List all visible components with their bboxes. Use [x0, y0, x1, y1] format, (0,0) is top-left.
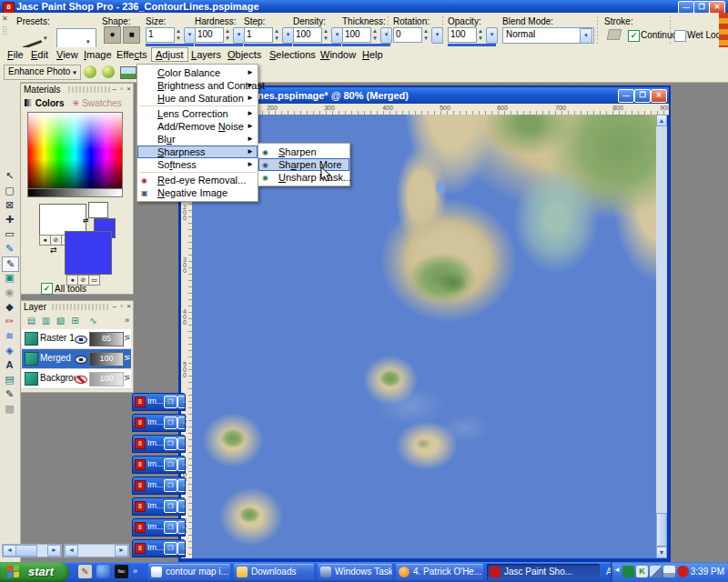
- size-slider[interactable]: [146, 44, 194, 46]
- menu-window[interactable]: Window: [317, 48, 359, 61]
- taskbar-button-windows-task[interactable]: Windows Task...: [318, 564, 392, 580]
- restore-icon[interactable]: ❐: [164, 542, 177, 555]
- visibility-eye-icon[interactable]: [75, 356, 87, 364]
- doc-restore-button[interactable]: ❐: [634, 89, 651, 103]
- bg-transparent-button[interactable]: ▭: [88, 275, 100, 286]
- eraser-tool[interactable]: ◆: [2, 300, 17, 314]
- menu-file[interactable]: File: [4, 48, 27, 61]
- start-button[interactable]: start: [0, 562, 69, 582]
- blend-mode-dropdown-icon[interactable]: ▾: [580, 28, 592, 44]
- maximize-icon[interactable]: ▫: [177, 500, 186, 513]
- scroll-up-icon[interactable]: ▲: [656, 115, 667, 126]
- menuitem-unsharp-mask[interactable]: ◉Unsharp Mask...: [258, 171, 349, 184]
- stroke-icon[interactable]: [607, 29, 622, 40]
- tray-chevron-icon[interactable]: ◄: [613, 566, 621, 574]
- scroll-left-icon[interactable]: ◄: [3, 545, 16, 557]
- visibility-eye-icon[interactable]: [75, 336, 87, 344]
- canvas-vscrollbar[interactable]: ▲ ▼: [656, 115, 667, 558]
- menuitem-negative-image[interactable]: ▣Negative Image: [137, 186, 258, 199]
- opacity-dropdown-icon[interactable]: ▾: [486, 27, 498, 44]
- tray-green-icon[interactable]: [622, 566, 634, 577]
- menu-help[interactable]: Help: [359, 48, 387, 61]
- layer-row-merged[interactable]: Merged 100 ⋝: [22, 349, 131, 369]
- background-swatch[interactable]: [65, 231, 112, 275]
- layer-link-icon[interactable]: ⋝: [124, 373, 131, 382]
- restore-icon[interactable]: ❐: [164, 416, 177, 429]
- layer-link-icon[interactable]: ⋝: [124, 333, 131, 342]
- menu-edit[interactable]: Edit: [27, 48, 52, 61]
- brush-stroke-icon[interactable]: [18, 28, 42, 49]
- tray-k-icon[interactable]: K: [636, 566, 648, 577]
- menu-view[interactable]: View: [53, 48, 82, 61]
- quicklaunch-overflow-icon[interactable]: »: [133, 567, 137, 576]
- menuitem-red-eye-removal[interactable]: ◉Red-eye Removal...: [137, 174, 258, 186]
- menuitem-softness[interactable]: Softness►: [137, 158, 258, 171]
- taskbar-button-jasc-psp[interactable]: Jasc Paint Sho...: [487, 564, 600, 580]
- marquee-tool[interactable]: ▭: [2, 227, 17, 241]
- swatch-swap-icon[interactable]: ⇄: [50, 246, 57, 255]
- close-button[interactable]: ✕: [709, 1, 725, 14]
- density-value[interactable]: 100: [293, 27, 322, 43]
- step-spin-arrows-icon[interactable]: ▲▼: [272, 27, 281, 42]
- thickness-value[interactable]: 100: [342, 27, 371, 43]
- layer-window-buttons[interactable]: – ▫ ×: [113, 302, 132, 310]
- minimize-button[interactable]: —: [678, 1, 694, 14]
- tray-monitor-icon[interactable]: [663, 566, 675, 577]
- wet-look-checkbox[interactable]: [674, 30, 686, 42]
- edit-selection-button[interactable]: ⊞: [68, 315, 82, 327]
- menuitem-sharpen[interactable]: ◉Sharpen: [258, 146, 349, 158]
- density-slider[interactable]: [293, 44, 341, 46]
- restore-button[interactable]: ❐: [693, 1, 710, 14]
- tab-colors[interactable]: Colors: [25, 98, 64, 108]
- texture-swap-icon[interactable]: ⇄: [83, 216, 89, 225]
- minimized-image-window[interactable]: 8Im...❐▫: [132, 477, 186, 495]
- toolbar-grip[interactable]: ⣿: [2, 25, 8, 35]
- menuitem-hue-saturation[interactable]: Hue and Saturation►: [137, 92, 258, 105]
- menu-objects[interactable]: Objects: [224, 48, 265, 61]
- maximize-icon[interactable]: ▫: [177, 542, 186, 555]
- minimized-image-window[interactable]: 8Im...❐▫: [132, 414, 186, 432]
- menu-adjust[interactable]: Adjust: [151, 47, 188, 62]
- scroll-left-icon[interactable]: ◄: [65, 545, 78, 557]
- layer-name[interactable]: Raster 1: [40, 333, 75, 343]
- layer-link-button[interactable]: ∿: [86, 315, 100, 327]
- taskbar-button-contour-map[interactable]: contour map i...: [148, 564, 230, 580]
- shape-round-button[interactable]: ●: [104, 26, 121, 44]
- tab-swatches[interactable]: ✳ Swatches: [72, 98, 122, 108]
- scratch-remover-tool[interactable]: ✏: [2, 315, 17, 328]
- menuitem-color-balance[interactable]: Color Balance►: [137, 66, 258, 79]
- menuitem-brightness-contrast[interactable]: Brightness and Contrast►: [137, 79, 258, 92]
- dropper-tool[interactable]: ✎: [2, 242, 17, 256]
- restore-icon[interactable]: ❐: [164, 458, 177, 471]
- pan-tool[interactable]: ↖: [2, 169, 17, 183]
- menuitem-sharpness[interactable]: Sharpness►: [137, 146, 258, 158]
- scroll-thumb[interactable]: [15, 545, 37, 557]
- step-value[interactable]: 1: [244, 27, 273, 43]
- quicklaunch-blue-icon[interactable]: [96, 565, 110, 578]
- maximize-icon[interactable]: ▫: [177, 521, 186, 534]
- restore-icon[interactable]: ❐: [164, 479, 177, 492]
- selection-tool[interactable]: ▢: [2, 184, 17, 197]
- layer-overflow-icon[interactable]: »: [125, 316, 129, 325]
- paintbrush-tool[interactable]: ✎: [2, 256, 19, 272]
- tray-shield-icon[interactable]: [677, 566, 689, 577]
- scroll-right-icon[interactable]: ►: [115, 545, 128, 557]
- opacity-slider[interactable]: 85: [89, 332, 124, 346]
- warp-tool[interactable]: ▩: [2, 402, 17, 416]
- menu-selections[interactable]: Selections: [266, 48, 319, 61]
- enhance-orb2-icon[interactable]: [102, 65, 115, 78]
- minimized-image-window[interactable]: 8Im...❐▫: [132, 435, 186, 453]
- minimized-image-window[interactable]: 8Im...❐▫: [132, 497, 186, 516]
- hardness-slider[interactable]: [195, 44, 243, 46]
- menu-effects[interactable]: Effects: [113, 48, 150, 61]
- gray-strip[interactable]: [27, 188, 123, 197]
- thickness-spin-arrows-icon[interactable]: ▲▼: [370, 27, 379, 42]
- delete-layer-button[interactable]: ▧: [54, 315, 67, 327]
- scroll-down-icon[interactable]: ▼: [656, 547, 667, 558]
- crop-tool[interactable]: ⊠: [2, 198, 17, 212]
- restore-icon[interactable]: ❐: [164, 500, 177, 513]
- maximize-icon[interactable]: ▫: [177, 396, 186, 408]
- new-layer-button[interactable]: ▤: [25, 315, 38, 327]
- dodge-tool[interactable]: ◉: [2, 286, 17, 299]
- palette-hscrollbar[interactable]: ◄ ►: [2, 544, 62, 557]
